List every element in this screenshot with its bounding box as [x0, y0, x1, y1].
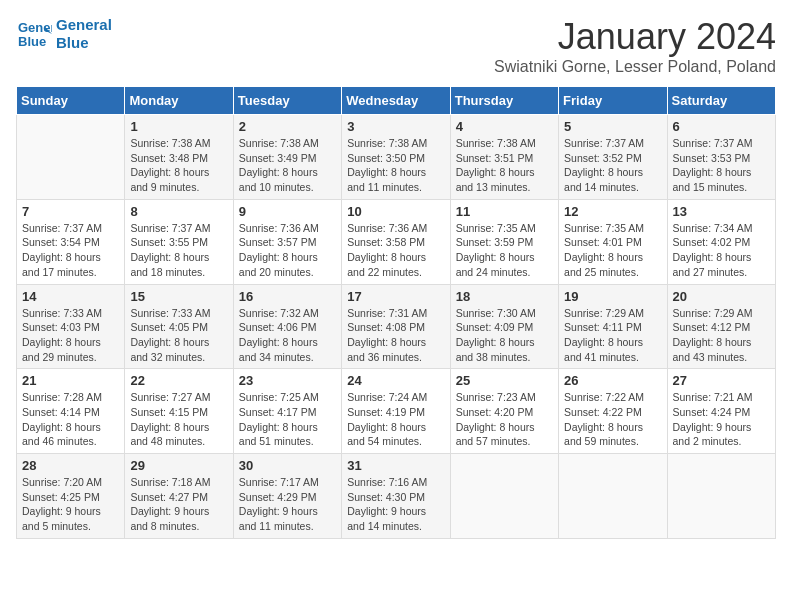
- day-number: 20: [673, 289, 770, 304]
- day-number: 22: [130, 373, 227, 388]
- day-cell: 13Sunrise: 7:34 AM Sunset: 4:02 PM Dayli…: [667, 199, 775, 284]
- day-cell: 29Sunrise: 7:18 AM Sunset: 4:27 PM Dayli…: [125, 454, 233, 539]
- day-info: Sunrise: 7:36 AM Sunset: 3:58 PM Dayligh…: [347, 221, 444, 280]
- day-number: 9: [239, 204, 336, 219]
- logo-icon: General Blue: [16, 16, 52, 52]
- day-number: 26: [564, 373, 661, 388]
- week-row-5: 28Sunrise: 7:20 AM Sunset: 4:25 PM Dayli…: [17, 454, 776, 539]
- day-number: 29: [130, 458, 227, 473]
- calendar-header-row: SundayMondayTuesdayWednesdayThursdayFrid…: [17, 87, 776, 115]
- day-number: 24: [347, 373, 444, 388]
- day-info: Sunrise: 7:38 AM Sunset: 3:48 PM Dayligh…: [130, 136, 227, 195]
- day-cell: [450, 454, 558, 539]
- day-info: Sunrise: 7:36 AM Sunset: 3:57 PM Dayligh…: [239, 221, 336, 280]
- day-info: Sunrise: 7:38 AM Sunset: 3:49 PM Dayligh…: [239, 136, 336, 195]
- day-cell: 8Sunrise: 7:37 AM Sunset: 3:55 PM Daylig…: [125, 199, 233, 284]
- day-cell: 4Sunrise: 7:38 AM Sunset: 3:51 PM Daylig…: [450, 115, 558, 200]
- day-info: Sunrise: 7:38 AM Sunset: 3:51 PM Dayligh…: [456, 136, 553, 195]
- day-info: Sunrise: 7:27 AM Sunset: 4:15 PM Dayligh…: [130, 390, 227, 449]
- day-info: Sunrise: 7:29 AM Sunset: 4:11 PM Dayligh…: [564, 306, 661, 365]
- day-info: Sunrise: 7:16 AM Sunset: 4:30 PM Dayligh…: [347, 475, 444, 534]
- day-number: 11: [456, 204, 553, 219]
- day-info: Sunrise: 7:22 AM Sunset: 4:22 PM Dayligh…: [564, 390, 661, 449]
- day-info: Sunrise: 7:35 AM Sunset: 4:01 PM Dayligh…: [564, 221, 661, 280]
- day-cell: 18Sunrise: 7:30 AM Sunset: 4:09 PM Dayli…: [450, 284, 558, 369]
- svg-text:Blue: Blue: [18, 34, 46, 49]
- day-cell: 19Sunrise: 7:29 AM Sunset: 4:11 PM Dayli…: [559, 284, 667, 369]
- day-number: 6: [673, 119, 770, 134]
- day-info: Sunrise: 7:20 AM Sunset: 4:25 PM Dayligh…: [22, 475, 119, 534]
- day-number: 14: [22, 289, 119, 304]
- day-cell: 15Sunrise: 7:33 AM Sunset: 4:05 PM Dayli…: [125, 284, 233, 369]
- calendar-table: SundayMondayTuesdayWednesdayThursdayFrid…: [16, 86, 776, 539]
- day-cell: 9Sunrise: 7:36 AM Sunset: 3:57 PM Daylig…: [233, 199, 341, 284]
- header-cell-saturday: Saturday: [667, 87, 775, 115]
- day-info: Sunrise: 7:38 AM Sunset: 3:50 PM Dayligh…: [347, 136, 444, 195]
- day-cell: 3Sunrise: 7:38 AM Sunset: 3:50 PM Daylig…: [342, 115, 450, 200]
- day-cell: 20Sunrise: 7:29 AM Sunset: 4:12 PM Dayli…: [667, 284, 775, 369]
- header: General Blue General Blue January 2024 S…: [16, 16, 776, 76]
- day-cell: 1Sunrise: 7:38 AM Sunset: 3:48 PM Daylig…: [125, 115, 233, 200]
- day-number: 3: [347, 119, 444, 134]
- day-cell: 30Sunrise: 7:17 AM Sunset: 4:29 PM Dayli…: [233, 454, 341, 539]
- day-cell: 25Sunrise: 7:23 AM Sunset: 4:20 PM Dayli…: [450, 369, 558, 454]
- day-number: 25: [456, 373, 553, 388]
- day-cell: 2Sunrise: 7:38 AM Sunset: 3:49 PM Daylig…: [233, 115, 341, 200]
- header-cell-thursday: Thursday: [450, 87, 558, 115]
- day-number: 27: [673, 373, 770, 388]
- title-area: January 2024 Swiatniki Gorne, Lesser Pol…: [494, 16, 776, 76]
- day-number: 4: [456, 119, 553, 134]
- day-info: Sunrise: 7:33 AM Sunset: 4:03 PM Dayligh…: [22, 306, 119, 365]
- day-number: 17: [347, 289, 444, 304]
- logo-line2: Blue: [56, 34, 112, 52]
- header-cell-wednesday: Wednesday: [342, 87, 450, 115]
- day-info: Sunrise: 7:37 AM Sunset: 3:53 PM Dayligh…: [673, 136, 770, 195]
- day-number: 15: [130, 289, 227, 304]
- day-cell: 16Sunrise: 7:32 AM Sunset: 4:06 PM Dayli…: [233, 284, 341, 369]
- day-info: Sunrise: 7:28 AM Sunset: 4:14 PM Dayligh…: [22, 390, 119, 449]
- header-cell-friday: Friday: [559, 87, 667, 115]
- header-cell-sunday: Sunday: [17, 87, 125, 115]
- day-info: Sunrise: 7:35 AM Sunset: 3:59 PM Dayligh…: [456, 221, 553, 280]
- day-cell: [667, 454, 775, 539]
- day-number: 10: [347, 204, 444, 219]
- day-number: 19: [564, 289, 661, 304]
- day-info: Sunrise: 7:37 AM Sunset: 3:54 PM Dayligh…: [22, 221, 119, 280]
- day-cell: 12Sunrise: 7:35 AM Sunset: 4:01 PM Dayli…: [559, 199, 667, 284]
- day-info: Sunrise: 7:32 AM Sunset: 4:06 PM Dayligh…: [239, 306, 336, 365]
- day-info: Sunrise: 7:21 AM Sunset: 4:24 PM Dayligh…: [673, 390, 770, 449]
- day-number: 31: [347, 458, 444, 473]
- day-number: 23: [239, 373, 336, 388]
- day-info: Sunrise: 7:37 AM Sunset: 3:52 PM Dayligh…: [564, 136, 661, 195]
- day-info: Sunrise: 7:34 AM Sunset: 4:02 PM Dayligh…: [673, 221, 770, 280]
- day-info: Sunrise: 7:37 AM Sunset: 3:55 PM Dayligh…: [130, 221, 227, 280]
- header-cell-tuesday: Tuesday: [233, 87, 341, 115]
- day-info: Sunrise: 7:17 AM Sunset: 4:29 PM Dayligh…: [239, 475, 336, 534]
- week-row-3: 14Sunrise: 7:33 AM Sunset: 4:03 PM Dayli…: [17, 284, 776, 369]
- day-cell: 26Sunrise: 7:22 AM Sunset: 4:22 PM Dayli…: [559, 369, 667, 454]
- day-cell: 5Sunrise: 7:37 AM Sunset: 3:52 PM Daylig…: [559, 115, 667, 200]
- day-info: Sunrise: 7:29 AM Sunset: 4:12 PM Dayligh…: [673, 306, 770, 365]
- day-cell: 21Sunrise: 7:28 AM Sunset: 4:14 PM Dayli…: [17, 369, 125, 454]
- day-number: 30: [239, 458, 336, 473]
- week-row-2: 7Sunrise: 7:37 AM Sunset: 3:54 PM Daylig…: [17, 199, 776, 284]
- day-info: Sunrise: 7:30 AM Sunset: 4:09 PM Dayligh…: [456, 306, 553, 365]
- day-number: 28: [22, 458, 119, 473]
- day-cell: 27Sunrise: 7:21 AM Sunset: 4:24 PM Dayli…: [667, 369, 775, 454]
- day-number: 18: [456, 289, 553, 304]
- day-cell: 14Sunrise: 7:33 AM Sunset: 4:03 PM Dayli…: [17, 284, 125, 369]
- day-cell: 6Sunrise: 7:37 AM Sunset: 3:53 PM Daylig…: [667, 115, 775, 200]
- day-number: 8: [130, 204, 227, 219]
- header-cell-monday: Monday: [125, 87, 233, 115]
- day-cell: 28Sunrise: 7:20 AM Sunset: 4:25 PM Dayli…: [17, 454, 125, 539]
- week-row-1: 1Sunrise: 7:38 AM Sunset: 3:48 PM Daylig…: [17, 115, 776, 200]
- day-number: 1: [130, 119, 227, 134]
- day-cell: 24Sunrise: 7:24 AM Sunset: 4:19 PM Dayli…: [342, 369, 450, 454]
- day-number: 2: [239, 119, 336, 134]
- day-number: 16: [239, 289, 336, 304]
- svg-text:General: General: [18, 20, 52, 35]
- logo-line1: General: [56, 16, 112, 34]
- day-info: Sunrise: 7:18 AM Sunset: 4:27 PM Dayligh…: [130, 475, 227, 534]
- location-title: Swiatniki Gorne, Lesser Poland, Poland: [494, 58, 776, 76]
- day-cell: 22Sunrise: 7:27 AM Sunset: 4:15 PM Dayli…: [125, 369, 233, 454]
